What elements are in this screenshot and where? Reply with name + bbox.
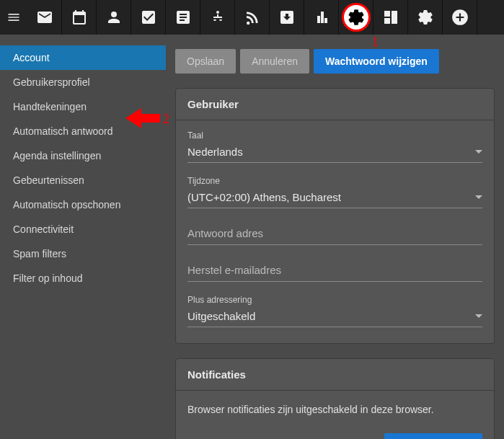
language-field[interactable]: Taal Nederlands: [187, 130, 482, 163]
plus-addressing-value: Uitgeschakeld: [187, 310, 255, 322]
notifications-message: Browser notificaties zijn uitgeschakeld …: [187, 401, 482, 422]
notes-icon[interactable]: [166, 0, 200, 35]
sidebar: Account Gebruikersprofiel Handtekeningen…: [0, 35, 166, 439]
tasks-icon[interactable]: [131, 0, 166, 35]
hamburger-menu-button[interactable]: [0, 0, 27, 35]
sidebar-item-account[interactable]: Account: [0, 45, 166, 70]
language-label: Taal: [187, 130, 482, 141]
add-icon[interactable]: [443, 0, 477, 35]
annotation-arrow-2: [124, 106, 162, 130]
timezone-label: Tijdzone: [187, 176, 482, 186]
timezone-value: (UTC+02:00) Athens, Bucharest: [187, 191, 341, 203]
rss-icon[interactable]: [235, 0, 270, 35]
action-bar: Opslaan Annuleren Wachtwoord wijzigen: [175, 49, 495, 74]
notifications-panel: Notificaties Browser notificaties zijn u…: [175, 358, 495, 439]
recovery-email-input[interactable]: [187, 258, 482, 282]
sidebar-item-user-profile[interactable]: Gebruikersprofiel: [0, 70, 166, 94]
calendar-icon[interactable]: [62, 0, 97, 35]
user-panel: Gebruiker Taal Nederlands Tijdzone (UTC+…: [175, 88, 495, 344]
cancel-button[interactable]: Annuleren: [240, 49, 309, 74]
settings-icon[interactable]: [339, 0, 373, 35]
user-panel-header: Gebruiker: [176, 89, 494, 120]
plus-addressing-label: Plus adressering: [187, 295, 482, 305]
chevron-down-icon: [475, 150, 482, 154]
sidebar-item-events[interactable]: Gebeurtenissen: [0, 168, 166, 192]
content-area: Opslaan Annuleren Wachtwoord wijzigen Ge…: [166, 35, 504, 439]
notifications-panel-header: Notificaties: [176, 359, 494, 391]
sidebar-item-calendar-settings[interactable]: Agenda instellingen: [0, 143, 166, 168]
sidebar-item-content-filter[interactable]: Filter op inhoud: [0, 266, 166, 291]
save-button[interactable]: Opslaan: [175, 49, 236, 74]
timezone-field[interactable]: Tijdzone (UTC+02:00) Athens, Bucharest: [187, 176, 482, 208]
domain-stats-icon[interactable]: [373, 0, 408, 35]
chevron-down-icon: [475, 195, 482, 199]
more-info-button[interactable]: Meer informatie: [384, 433, 482, 439]
language-value: Nederlands: [187, 146, 243, 158]
sidebar-item-auto-clean[interactable]: Automatisch opschonen: [0, 192, 166, 217]
topbar-icons: [27, 0, 477, 35]
topbar: [0, 0, 504, 35]
reply-address-input[interactable]: [187, 221, 482, 245]
domain-settings-icon[interactable]: [408, 0, 443, 35]
chevron-down-icon: [475, 314, 482, 318]
plus-addressing-field[interactable]: Plus adressering Uitgeschakeld: [187, 295, 482, 327]
download-icon[interactable]: [270, 0, 304, 35]
org-chart-icon[interactable]: [200, 0, 235, 35]
annotation-1: 1: [372, 35, 379, 50]
sidebar-item-spam-filters[interactable]: Spam filters: [0, 241, 166, 266]
person-icon[interactable]: [97, 0, 131, 35]
annotation-2: 2: [163, 112, 169, 127]
change-password-button[interactable]: Wachtwoord wijzigen: [314, 49, 439, 74]
sidebar-item-connectivity[interactable]: Connectiviteit: [0, 217, 166, 241]
mail-icon[interactable]: [27, 0, 62, 35]
stats-icon[interactable]: [304, 0, 339, 35]
